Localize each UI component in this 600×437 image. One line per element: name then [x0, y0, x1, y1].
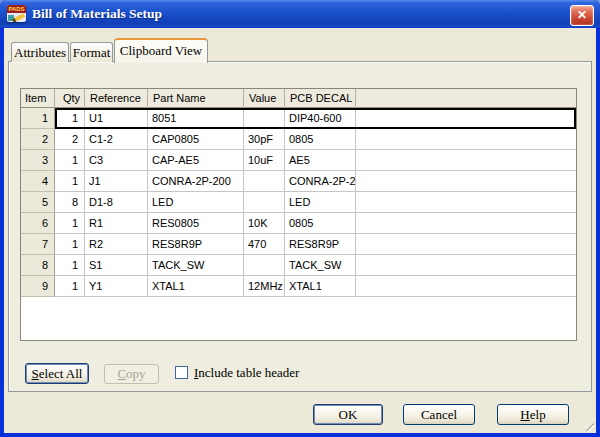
- cell-qty[interactable]: 8: [55, 192, 85, 213]
- table-row[interactable]: 31C3CAP-AE510uFAE5: [21, 150, 576, 171]
- table-row[interactable]: 61R1RES080510K0805: [21, 213, 576, 234]
- cell-qty[interactable]: 1: [55, 150, 85, 171]
- pads-app-icon: PADS: [7, 5, 26, 22]
- cell-reference[interactable]: S1: [85, 255, 148, 276]
- grid-body: 11U18051DIP40-60022C1-2CAP080530pF080531…: [21, 108, 576, 297]
- cell-value[interactable]: 10uF: [244, 150, 285, 171]
- pads-logo-text: PADS: [7, 5, 26, 13]
- include-table-header-checkbox[interactable]: [175, 366, 188, 379]
- ok-button[interactable]: OK: [313, 404, 383, 425]
- cell-pcb-decal[interactable]: TACK_SW: [285, 255, 356, 276]
- resize-grip[interactable]: [581, 418, 594, 431]
- cell-value[interactable]: [244, 171, 285, 192]
- close-icon: ✕: [577, 8, 587, 22]
- cell-item[interactable]: 1: [21, 108, 55, 129]
- cell-filler: [356, 213, 576, 234]
- dialog-client-area: Attributes Format Clipboard View ItemQty…: [4, 28, 596, 433]
- cell-reference[interactable]: Y1: [85, 276, 148, 297]
- cell-pcb-decal[interactable]: AE5: [285, 150, 356, 171]
- table-row[interactable]: 22C1-2CAP080530pF0805: [21, 129, 576, 150]
- bom-grid[interactable]: ItemQtyReferencePart NameValuePCB DECAL …: [20, 88, 577, 341]
- cell-reference[interactable]: R2: [85, 234, 148, 255]
- table-row[interactable]: 81S1TACK_SWTACK_SW: [21, 255, 576, 276]
- tab-format[interactable]: Format: [70, 42, 113, 62]
- cell-part-name[interactable]: 8051: [148, 108, 244, 129]
- cell-pcb-decal[interactable]: XTAL1: [285, 276, 356, 297]
- cell-qty[interactable]: 1: [55, 171, 85, 192]
- column-header-item: Item: [21, 89, 55, 108]
- cell-reference[interactable]: D1-8: [85, 192, 148, 213]
- cell-pcb-decal[interactable]: DIP40-600: [285, 108, 356, 129]
- column-header-filler: [356, 89, 576, 108]
- cell-filler: [356, 255, 576, 276]
- column-header-value: Value: [244, 89, 285, 108]
- cell-value[interactable]: [244, 255, 285, 276]
- cell-value[interactable]: 10K: [244, 213, 285, 234]
- titlebar[interactable]: PADS Bill of Materials Setup ✕: [0, 0, 600, 28]
- cell-part-name[interactable]: LED: [148, 192, 244, 213]
- cell-qty[interactable]: 1: [55, 276, 85, 297]
- bill-of-materials-dialog: PADS Bill of Materials Setup ✕ Attribute…: [0, 0, 600, 437]
- cell-value[interactable]: 12MHz: [244, 276, 285, 297]
- cell-pcb-decal[interactable]: CONRA-2P-200: [285, 171, 356, 192]
- column-header-part-name: Part Name: [148, 89, 244, 108]
- cell-part-name[interactable]: CAP0805: [148, 129, 244, 150]
- cell-part-name[interactable]: RES8R9P: [148, 234, 244, 255]
- window-title: Bill of Materials Setup: [32, 0, 162, 28]
- cell-part-name[interactable]: CAP-AE5: [148, 150, 244, 171]
- cell-item[interactable]: 9: [21, 276, 55, 297]
- cell-qty[interactable]: 1: [55, 234, 85, 255]
- cancel-button[interactable]: Cancel: [403, 404, 475, 425]
- cell-pcb-decal[interactable]: LED: [285, 192, 356, 213]
- cell-item[interactable]: 2: [21, 129, 55, 150]
- help-button[interactable]: Help: [497, 404, 569, 425]
- cell-part-name[interactable]: XTAL1: [148, 276, 244, 297]
- cell-value[interactable]: [244, 192, 285, 213]
- copy-button[interactable]: Copy: [104, 364, 159, 384]
- cell-filler: [356, 192, 576, 213]
- table-row[interactable]: 41J1CONRA-2P-200CONRA-2P-200: [21, 171, 576, 192]
- cell-pcb-decal[interactable]: RES8R9P: [285, 234, 356, 255]
- tab-attributes[interactable]: Attributes: [11, 42, 69, 62]
- cell-part-name[interactable]: CONRA-2P-200: [148, 171, 244, 192]
- cell-item[interactable]: 6: [21, 213, 55, 234]
- cell-qty[interactable]: 1: [55, 213, 85, 234]
- grid-header-row: ItemQtyReferencePart NameValuePCB DECAL: [21, 89, 576, 108]
- cell-part-name[interactable]: TACK_SW: [148, 255, 244, 276]
- cell-value[interactable]: 30pF: [244, 129, 285, 150]
- cell-reference[interactable]: U1: [85, 108, 148, 129]
- cell-filler: [356, 108, 576, 129]
- column-header-pcb-decal: PCB DECAL: [285, 89, 356, 108]
- cell-qty[interactable]: 1: [55, 255, 85, 276]
- cell-reference[interactable]: R1: [85, 213, 148, 234]
- table-row[interactable]: 91Y1XTAL112MHzXTAL1: [21, 276, 576, 297]
- tab-clipboard-view[interactable]: Clipboard View: [114, 38, 208, 63]
- cell-filler: [356, 171, 576, 192]
- cell-item[interactable]: 7: [21, 234, 55, 255]
- cell-filler: [356, 234, 576, 255]
- cell-qty[interactable]: 1: [55, 108, 85, 129]
- cell-filler: [356, 150, 576, 171]
- close-button[interactable]: ✕: [570, 5, 594, 26]
- cell-item[interactable]: 4: [21, 171, 55, 192]
- table-row[interactable]: 11U18051DIP40-600: [21, 108, 576, 129]
- cell-value[interactable]: 470: [244, 234, 285, 255]
- cell-item[interactable]: 5: [21, 192, 55, 213]
- table-row[interactable]: 58D1-8LEDLED: [21, 192, 576, 213]
- cell-reference[interactable]: C1-2: [85, 129, 148, 150]
- select-all-button[interactable]: Select All: [25, 363, 89, 384]
- cell-part-name[interactable]: RES0805: [148, 213, 244, 234]
- cell-reference[interactable]: C3: [85, 150, 148, 171]
- column-header-qty: Qty: [55, 89, 85, 108]
- cell-pcb-decal[interactable]: 0805: [285, 213, 356, 234]
- cell-item[interactable]: 3: [21, 150, 55, 171]
- cell-item[interactable]: 8: [21, 255, 55, 276]
- cell-filler: [356, 276, 576, 297]
- cell-qty[interactable]: 2: [55, 129, 85, 150]
- cell-pcb-decal[interactable]: 0805: [285, 129, 356, 150]
- include-table-header-label[interactable]: Include table header: [194, 364, 299, 381]
- column-header-reference: Reference: [85, 89, 148, 108]
- table-row[interactable]: 71R2RES8R9P470RES8R9P: [21, 234, 576, 255]
- cell-reference[interactable]: J1: [85, 171, 148, 192]
- cell-value[interactable]: [244, 108, 285, 129]
